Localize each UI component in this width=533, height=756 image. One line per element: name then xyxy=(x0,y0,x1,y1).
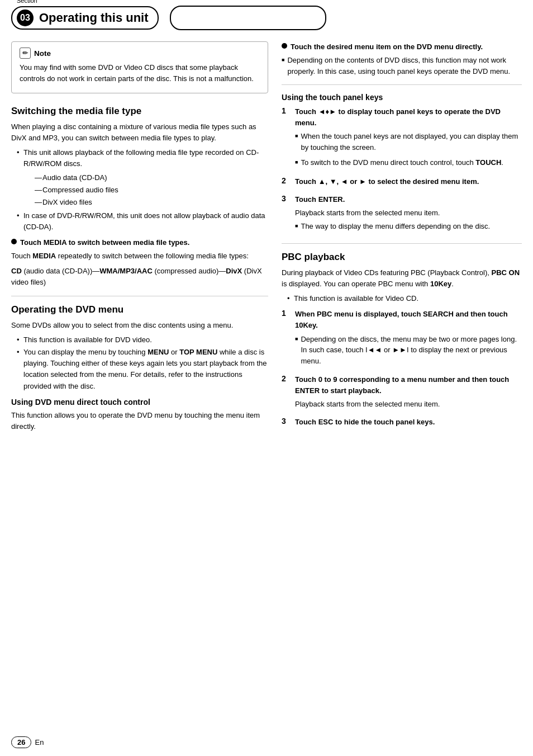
divider-2 xyxy=(282,84,522,85)
touch-desired-body: Depending on the contents of DVD discs, … xyxy=(287,55,522,77)
switching-dash-list: Audio data (CD-DA) Compressed audio file… xyxy=(23,172,268,208)
small-square-icon-4: ■ xyxy=(295,223,298,229)
touch-panel-step1-heading: Touch ◄♦► to display touch panel keys to… xyxy=(295,106,522,129)
touch-desired-bullet: Touch the desired menu item on the DVD m… xyxy=(282,41,522,53)
pbc-step-3: 3 Touch ESC to hide the touch panel keys… xyxy=(282,417,522,430)
circle-bullet-icon-2 xyxy=(282,43,287,49)
touch-media-heading: Touch MEDIA to switch between media file… xyxy=(20,237,189,248)
touch-media-sequence: CD (audio data (CD-DA))—WMA/MP3/AAC (com… xyxy=(11,266,268,288)
note-text: You may find with some DVD or Video CD d… xyxy=(20,62,260,84)
note-icon: ✏ xyxy=(20,48,31,59)
step1-bullet-1: ■ When the touch panel keys are not disp… xyxy=(295,131,522,155)
pbc-step2-heading: Touch 0 to 9 corresponding to a menu num… xyxy=(295,374,522,396)
touch-panel-step-3: 3 Touch ENTER. Playback starts from the … xyxy=(282,194,522,235)
pbc-step3-heading: Touch ESC to hide the touch panel keys. xyxy=(295,417,522,428)
circle-bullet-icon xyxy=(11,239,17,244)
touch-desired-heading: Touch the desired menu item on the DVD m… xyxy=(291,41,483,53)
small-square-icon: ■ xyxy=(282,57,284,63)
header-right-box xyxy=(170,6,326,30)
footer-language: En xyxy=(35,738,44,746)
dvd-bullet-1: This function is available for DVD video… xyxy=(17,334,268,346)
pbc-step1-heading: When PBC menu is displayed, touch SEARCH… xyxy=(295,309,522,331)
note-header: ✏ Note xyxy=(20,48,260,59)
step1-bullet-2: ■ To switch to the DVD menu direct touch… xyxy=(295,157,522,171)
pbc-step2-body: Playback starts from the selected menu i… xyxy=(295,399,522,410)
pbc-bullet-list: This function is available for Video CD. xyxy=(282,293,522,304)
switching-bullet-2: In case of DVD-R/RW/ROM, this unit does … xyxy=(17,210,268,233)
dvd-menu-bullets: This function is available for DVD video… xyxy=(11,334,268,392)
pbc-bullet-1: This function is available for Video CD. xyxy=(287,293,522,304)
touch-panel-step3-body: Playback starts from the selected menu i… xyxy=(295,207,522,219)
switching-heading: Switching the media file type xyxy=(11,106,268,117)
note-box: ✏ Note You may find with some DVD or Vid… xyxy=(11,41,268,93)
pbc-step-1: 1 When PBC menu is displayed, touch SEAR… xyxy=(282,309,522,370)
touch-desired-body-bullet: ■ Depending on the contents of DVD discs… xyxy=(282,55,522,77)
right-column: Touch the desired menu item on the DVD m… xyxy=(282,36,522,436)
left-column: ✏ Note You may find with some DVD or Vid… xyxy=(11,36,268,436)
small-square-icon-3: ■ xyxy=(295,159,298,165)
direct-touch-subheading: Using DVD menu direct touch control xyxy=(11,398,268,407)
page-header: Section 03 Operating this unit xyxy=(0,0,533,30)
touch-panel-step-2: 2 Touch ▲, ▼, ◄ or ► to select the desir… xyxy=(282,176,522,190)
pbc-step1-bullet: ■ Depending on the discs, the menu may b… xyxy=(295,334,522,369)
direct-touch-body: This function allows you to operate the … xyxy=(11,410,268,432)
page-title: Operating this unit xyxy=(39,11,149,25)
touch-media-bullet: Touch MEDIA to switch between media file… xyxy=(11,237,268,248)
page-footer: 26 En xyxy=(11,736,44,748)
section-number: 03 xyxy=(17,10,34,26)
touch-panel-step2-heading: Touch ▲, ▼, ◄ or ► to select the desired… xyxy=(295,176,522,187)
touch-panel-step3-heading: Touch ENTER. xyxy=(295,194,522,205)
page-number: 26 xyxy=(11,736,31,748)
switching-bullet-1: This unit allows playback of the followi… xyxy=(17,147,268,208)
small-square-icon-5: ■ xyxy=(295,336,298,342)
section-label: Section xyxy=(17,0,37,4)
small-square-icon-2: ■ xyxy=(295,133,298,139)
dvd-bullet-2: You can display the menu by touching MEN… xyxy=(17,347,268,392)
dash-item-1: Audio data (CD-DA) xyxy=(35,172,268,183)
divider-1 xyxy=(11,296,268,296)
divider-3 xyxy=(282,243,522,244)
dash-item-2: Compressed audio files xyxy=(35,185,268,196)
step3-bullet: ■ The way to display the menu differs de… xyxy=(295,221,522,234)
pbc-heading: PBC playback xyxy=(282,252,522,263)
touch-panel-subheading: Using the touch panel keys xyxy=(282,93,522,102)
dash-item-3: DivX video files xyxy=(35,197,268,208)
dvd-menu-intro: Some DVDs allow you to select from the d… xyxy=(11,320,268,331)
section-badge: Section 03 Operating this unit xyxy=(11,6,159,30)
main-content: ✏ Note You may find with some DVD or Vid… xyxy=(0,36,533,436)
dvd-menu-heading: Operating the DVD menu xyxy=(11,304,268,315)
pbc-intro: During playback of Video CDs featuring P… xyxy=(282,267,522,290)
switching-intro: When playing a disc containing a mixture… xyxy=(11,121,268,144)
touch-panel-step-1: 1 Touch ◄♦► to display touch panel keys … xyxy=(282,106,522,172)
switching-bullet-list: This unit allows playback of the followi… xyxy=(11,147,268,233)
note-label: Note xyxy=(34,49,51,58)
touch-media-body: Touch MEDIA repeatedly to switch between… xyxy=(11,251,268,262)
pbc-step-2: 2 Touch 0 to 9 corresponding to a menu n… xyxy=(282,374,522,412)
